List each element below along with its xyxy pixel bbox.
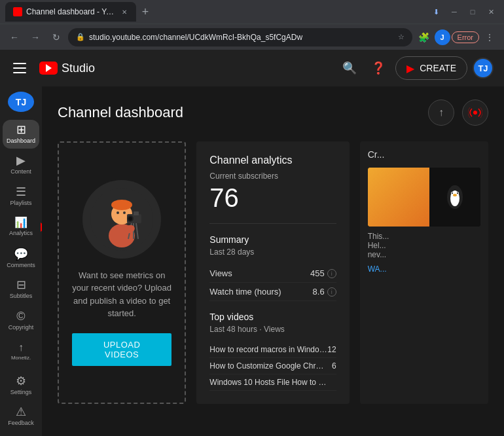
tab-title: Channel dashboard - YouTube St...	[26, 7, 117, 16]
studio-body: TJ ⊞ Dashboard ▶ Content ☰ Playlists 📊 A…	[0, 86, 504, 436]
subscribers-value: 76	[209, 183, 336, 213]
video-title-0: How to record macros in Windows ...	[209, 345, 327, 354]
dashboard-grid: Want to see metrics on your recent video…	[58, 141, 488, 404]
channel-avatar[interactable]: TJ	[473, 58, 494, 79]
video-row-2[interactable]: Windows 10 Hosts File How to M...	[209, 374, 336, 391]
video-title-1: How to Customize Google Chrome ...	[209, 361, 327, 371]
sidebar-label-playlists: Playlists	[10, 200, 31, 207]
svg-point-19	[452, 192, 453, 194]
page-header: Channel dashboard ↑	[58, 100, 488, 126]
watchtime-row: Watch time (hours) 8.6 i	[209, 283, 336, 301]
page-title: Channel dashboard	[58, 104, 428, 121]
video-views-1: 6	[332, 361, 336, 371]
reload-button[interactable]: ↻	[47, 28, 65, 46]
upload-card: Want to see metrics on your recent video…	[58, 141, 186, 404]
studio-app: Studio 🔍 ❓ ▶ CREATE TJ TJ ⊞ Dashboard ▶ …	[0, 50, 504, 436]
upload-illustration	[82, 180, 161, 259]
minimize-button[interactable]: ─	[446, 4, 462, 20]
download-icon: ⬇	[428, 4, 444, 20]
sidebar-item-monetization[interactable]: ↑ Monetiz.	[3, 338, 39, 367]
analytics-arrow	[41, 223, 42, 232]
analytics-card: Channel analytics Current subscribers 76…	[196, 141, 349, 404]
sidebar-item-subtitles[interactable]: ⊟ Subtitles	[3, 276, 39, 304]
create-label: CREATE	[420, 63, 456, 73]
sidebar-label-settings: Settings	[10, 389, 32, 396]
svg-point-10	[128, 217, 132, 221]
close-window-button[interactable]: ✕	[483, 4, 499, 20]
back-button[interactable]: ←	[5, 28, 24, 46]
views-label: Views	[209, 268, 232, 278]
search-button[interactable]: 🔍	[338, 56, 361, 80]
new-tab-button[interactable]: +	[136, 3, 154, 21]
video-views-0: 12	[327, 345, 336, 354]
watchtime-value: 8.6 i	[313, 287, 336, 297]
sidebar-item-playlists[interactable]: ☰ Playlists	[3, 182, 39, 211]
views-value: 455 i	[310, 268, 336, 278]
video-row-1[interactable]: How to Customize Google Chrome ... 6	[209, 358, 336, 374]
sidebar-item-feedback[interactable]: ⚠ Feedback	[3, 403, 39, 431]
tab-favicon	[13, 7, 22, 16]
sidebar-label-comments: Comments	[7, 262, 35, 269]
sidebar-label-feedback: Feedback	[8, 420, 34, 427]
sidebar-item-settings[interactable]: ⚙ Settings	[3, 371, 39, 400]
menu-button[interactable]: ⋮	[480, 28, 499, 46]
sidebar-item-content[interactable]: ▶ Content	[3, 151, 39, 180]
watchtime-info-icon[interactable]: i	[327, 287, 336, 297]
watchtime-label: Watch time (hours)	[209, 287, 281, 297]
create-card-thumbnail	[368, 168, 480, 227]
help-button[interactable]: ❓	[367, 56, 390, 80]
views-info-icon[interactable]: i	[327, 269, 336, 278]
error-badge[interactable]: Error	[452, 31, 479, 43]
dashboard-icon: ⊞	[16, 124, 26, 136]
header-icons: 🔍 ❓ ▶ CREATE TJ	[338, 56, 494, 80]
yt-studio-header: Studio 🔍 ❓ ▶ CREATE TJ	[0, 50, 504, 86]
sidebar-label-analytics: Analytics	[9, 230, 33, 237]
sidebar-item-analytics[interactable]: 📊 Analytics	[3, 213, 39, 242]
watch-link[interactable]: WA...	[368, 264, 480, 274]
browser-profile-badge[interactable]: J	[435, 29, 450, 45]
sidebar-label-content: Content	[10, 168, 31, 175]
extensions-icon[interactable]: 🧩	[415, 28, 433, 46]
browser-tab[interactable]: Channel dashboard - YouTube St... ✕	[5, 2, 136, 22]
create-card-title: Cr...	[368, 149, 480, 160]
comments-icon: 💬	[14, 248, 28, 260]
hamburger-menu[interactable]	[10, 58, 31, 79]
sidebar-label-monetization: Monetiz.	[11, 355, 31, 361]
subscribers-label: Current subscribers	[209, 172, 336, 181]
address-text: studio.youtube.com/channel/UCdkWmRcI-Bkh…	[89, 33, 394, 42]
cameraman-illustration	[89, 187, 154, 252]
create-card: Cr...	[360, 141, 488, 404]
sidebar-channel-avatar[interactable]: TJ	[8, 92, 34, 112]
upload-icon-button[interactable]: ↑	[428, 100, 454, 126]
sidebar-item-comments[interactable]: 💬 Comments	[3, 244, 39, 273]
address-bar[interactable]: 🔒 studio.youtube.com/channel/UCdkWmRcI-B…	[68, 28, 412, 46]
video-row-0[interactable]: How to record macros in Windows ... 12	[209, 342, 336, 358]
video-title-2: Windows 10 Hosts File How to M...	[209, 378, 327, 387]
svg-point-6	[123, 211, 126, 214]
upload-videos-button[interactable]: UPLOAD VIDEOS	[72, 333, 171, 366]
live-stream-button[interactable]	[462, 100, 488, 126]
create-button[interactable]: ▶ CREATE	[395, 56, 467, 80]
yt-logo-icon	[39, 62, 58, 75]
sidebar-item-copyright[interactable]: © Copyright	[3, 306, 39, 335]
upload-prompt-text: Want to see metrics on your recent video…	[72, 269, 171, 320]
yt-studio-logo[interactable]: Studio	[39, 62, 95, 75]
create-icon: ▶	[406, 62, 414, 75]
bookmark-icon: ☆	[398, 33, 405, 41]
summary-title: Summary	[209, 234, 336, 245]
top-videos-title: Top videos	[209, 312, 336, 322]
sidebar-item-dashboard[interactable]: ⊞ Dashboard	[3, 120, 39, 149]
yt-play-icon	[46, 64, 52, 72]
yt-logo-text: Studio	[62, 62, 95, 75]
window-controls: ⬇ ─ □ ✕	[428, 4, 499, 20]
forward-button[interactable]: →	[26, 28, 45, 46]
svg-point-4	[111, 200, 132, 210]
subtitles-icon: ⊟	[16, 279, 26, 291]
tab-close-button[interactable]: ✕	[120, 7, 128, 17]
browser-chrome: Channel dashboard - YouTube St... ✕ + ⬇ …	[0, 0, 504, 50]
svg-point-5	[117, 211, 119, 214]
maximize-button[interactable]: □	[465, 4, 480, 20]
browser-titlebar: Channel dashboard - YouTube St... ✕ + ⬇ …	[0, 0, 504, 24]
sidebar-label-copyright: Copyright	[9, 324, 34, 331]
svg-point-21	[453, 194, 457, 196]
